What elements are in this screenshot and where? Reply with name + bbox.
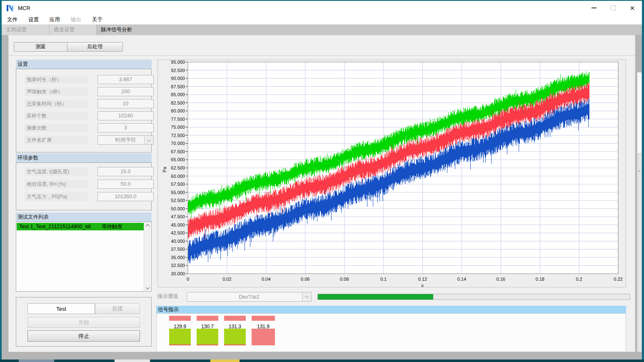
field-row: 预录时长（秒）3.667	[25, 75, 88, 84]
list-item[interactable]: Test 1_Test_211215114800_blt 等待触发	[17, 223, 144, 230]
svg-text:47.500: 47.500	[171, 214, 185, 219]
test-name-field[interactable]: Test	[27, 303, 95, 314]
field-value: 15.0	[97, 167, 154, 176]
close-icon: ✕	[630, 5, 635, 11]
field-row: 测量次数3	[25, 124, 88, 132]
field-value-text: 101350.0	[115, 194, 136, 200]
app-icon	[6, 4, 14, 12]
signal-indicator	[224, 329, 246, 345]
taskbar	[0, 360, 644, 362]
svg-text:0.08: 0.08	[340, 277, 349, 282]
scrollbar-thumb[interactable]	[637, 72, 642, 154]
svg-text:85.000: 85.000	[171, 92, 185, 97]
field-row: 总采集时间（秒）10	[25, 100, 88, 108]
field-label: 测量次数	[25, 124, 88, 132]
svg-text:0.02: 0.02	[222, 277, 231, 282]
field-value-text: 50.0	[120, 181, 130, 187]
close-button[interactable]: ✕	[623, 1, 642, 15]
svg-text:55.000: 55.000	[171, 190, 185, 195]
field-label: 大气压力，P0(Pa)	[25, 192, 88, 201]
field-label: 声级触发（dB）	[25, 87, 88, 96]
signal-panel: 129.9130.7131.3131.9	[156, 313, 626, 352]
field-value-text: 10240	[118, 113, 133, 119]
svg-text:52.500: 52.500	[171, 198, 185, 203]
test-file-list[interactable]: Test 1_Test_211215114800_blt 等待触发	[16, 222, 152, 292]
indicator-channel-label: 指示通道	[157, 293, 178, 300]
menu-bar: 文件 设置 应用 输出 关于	[2, 15, 642, 25]
maximize-button[interactable]	[604, 1, 623, 15]
menu-about[interactable]: 关于	[87, 15, 108, 24]
list-scrollbar[interactable]	[144, 222, 151, 291]
environment-group-header: 环境参数	[16, 153, 152, 162]
field-row: 声级触发（dB）200	[25, 87, 88, 96]
file-list-header: 测试文件列表	[16, 212, 152, 222]
field-row: 相对湿度, RH (%)50.0	[25, 180, 88, 188]
svg-text:42.500: 42.500	[171, 230, 185, 235]
svg-text:45.000: 45.000	[171, 222, 185, 227]
subtab-measure[interactable]: 测量	[14, 42, 67, 52]
new-button: 新建	[95, 303, 140, 314]
desktop: MCR ✕ 文件 设置 应用 输出 关于 文档设置 通道设置 脉冲信号分析 测量…	[0, 0, 644, 362]
svg-text:30.000: 30.000	[171, 271, 185, 276]
svg-text:92.500: 92.500	[171, 68, 185, 73]
field-value-text: 时间字符	[115, 137, 136, 144]
menu-settings[interactable]: 设置	[23, 15, 44, 24]
svg-text:87.500: 87.500	[171, 84, 185, 89]
svg-text:70.000: 70.000	[171, 141, 185, 146]
tab-document-settings[interactable]: 文档设置	[2, 25, 50, 35]
svg-text:82.500: 82.500	[171, 100, 185, 105]
menu-apply[interactable]: 应用	[44, 15, 65, 24]
tab-channel-settings[interactable]: 通道设置	[50, 25, 97, 35]
signal-indicator	[252, 329, 275, 345]
chevron-down-icon[interactable]	[144, 136, 153, 144]
stop-button[interactable]: 停止	[27, 330, 140, 342]
file-status: 等待触发	[102, 223, 122, 230]
progress-fill	[318, 294, 433, 300]
taskbar-icon	[19, 360, 54, 362]
svg-text:50.000: 50.000	[171, 206, 185, 211]
subtab-postprocess[interactable]: 后处理	[67, 42, 123, 52]
field-label: 文件名扩展	[25, 136, 88, 144]
field-value-text: 3	[124, 125, 127, 131]
svg-text:90.000: 90.000	[171, 76, 185, 81]
menu-file[interactable]: 文件	[2, 15, 23, 24]
svg-text:65.000: 65.000	[171, 157, 185, 162]
field-value-text: 3.667	[119, 77, 132, 82]
field-row: 采样个数10240	[25, 112, 88, 120]
svg-text:0.18: 0.18	[535, 277, 544, 282]
progress-bar	[317, 294, 630, 300]
field-value: 10240	[97, 111, 154, 120]
filename-ext-dropdown[interactable]: 时间字符	[97, 135, 154, 145]
panel-scrollbar[interactable]: <	[637, 72, 642, 352]
signal-led-strip	[252, 316, 275, 321]
svg-text:62.500: 62.500	[171, 165, 185, 170]
svg-text:0.04: 0.04	[262, 277, 270, 282]
field-label: 预录时长（秒）	[25, 75, 88, 84]
scroll-down-icon[interactable]	[144, 285, 151, 291]
scroll-up-icon[interactable]	[144, 222, 151, 228]
field-row: 大气压力，P0(Pa)101350.0	[25, 192, 88, 201]
y-axis-label: Pa	[162, 166, 167, 172]
svg-text:0: 0	[187, 277, 189, 282]
svg-text:80.000: 80.000	[171, 108, 185, 113]
minimize-button[interactable]	[584, 1, 604, 15]
svg-text:95.000: 95.000	[171, 60, 185, 65]
svg-text:0.22: 0.22	[614, 277, 622, 282]
signal-panel-header: 信号指示	[156, 306, 626, 313]
tab-pulse-signal-analysis[interactable]: 脉冲信号分析	[97, 25, 144, 35]
field-label: 空气温度, t(摄氏度)	[25, 167, 88, 176]
chevron-left-icon: <	[638, 169, 640, 173]
signal-indicator	[197, 329, 218, 345]
settings-group-header: 设置	[16, 60, 152, 69]
svg-text:35.000: 35.000	[171, 255, 185, 260]
waveform-chart: 95.00092.50090.00087.50085.00082.50080.0…	[157, 60, 626, 287]
svg-text:75.000: 75.000	[171, 125, 185, 130]
taskbar-icon	[115, 360, 150, 362]
maximize-icon	[611, 5, 616, 10]
field-value: 101350.0	[97, 192, 154, 201]
chevron-down-icon[interactable]	[302, 292, 311, 301]
field-label: 相对湿度, RH (%)	[25, 180, 88, 188]
settings-group: 预录时长（秒）3.667声级触发（dB）200总采集时间（秒）10采样个数102…	[16, 69, 152, 152]
indicator-channel-dropdown[interactable]: Dev7/ai2	[187, 292, 312, 302]
svg-text:40.000: 40.000	[171, 239, 185, 244]
